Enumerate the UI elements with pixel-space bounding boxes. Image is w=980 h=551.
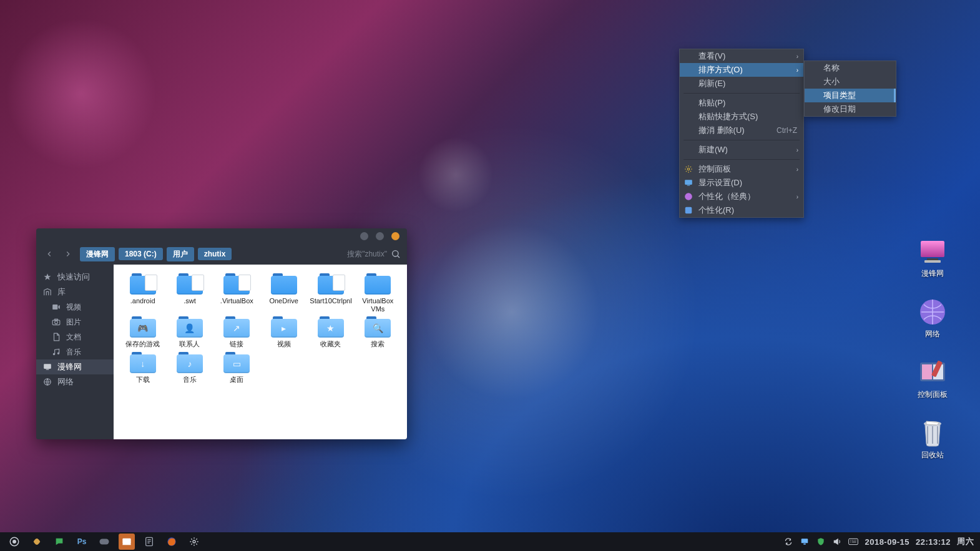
context-menu-item[interactable]: 显示设置(D): [680, 176, 803, 190]
taskbar-app-settings[interactable]: [186, 534, 202, 550]
folder-item[interactable]: ▸视频: [261, 316, 306, 348]
context-menu-item[interactable]: 刷新(E): [680, 77, 803, 90]
folder-item[interactable]: 🎮保存的游戏: [120, 316, 165, 348]
sidebar-item[interactable]: 网络: [36, 374, 114, 389]
context-menu-item[interactable]: 粘贴快捷方式(S): [680, 110, 803, 124]
context-menu-item[interactable]: 个性化(R): [680, 203, 803, 217]
sidebar-item[interactable]: 文档: [36, 329, 114, 344]
breadcrumb-segment[interactable]: 漫锋网: [80, 247, 115, 261]
context-menu: 查看(V)›排序方式(O)›刷新(E)粘贴(P)粘贴快捷方式(S)撤消 删除(U…: [679, 49, 804, 218]
folder-label: 音乐: [183, 376, 197, 384]
context-submenu-item[interactable]: 名称: [805, 61, 896, 75]
folder-item[interactable]: .android: [120, 273, 165, 313]
tray-shield-icon[interactable]: [816, 537, 826, 547]
folder-item[interactable]: ▭桌面: [214, 352, 260, 384]
folder-item[interactable]: VirtualBox VMs: [355, 273, 401, 313]
sidebar-item[interactable]: 音乐: [36, 344, 114, 359]
taskbar-time[interactable]: 22:13:12: [916, 537, 951, 547]
forward-button[interactable]: [61, 247, 75, 261]
sidebar-item[interactable]: 快速访问: [36, 270, 114, 285]
folder-item[interactable]: 🔍搜索: [355, 316, 401, 348]
svg-rect-33: [801, 539, 808, 543]
folder-item[interactable]: ♪音乐: [167, 352, 212, 384]
start-button[interactable]: [6, 534, 22, 550]
tray-volume-icon[interactable]: [832, 537, 842, 547]
svg-rect-12: [687, 185, 690, 186]
desktop-icon-network[interactable]: 网络: [901, 298, 964, 339]
menu-item-label: 个性化（经典）: [698, 191, 755, 202]
taskbar-app-filemanager[interactable]: [119, 534, 135, 550]
context-menu-item[interactable]: 粘贴(P): [680, 96, 803, 110]
taskbar-weekday[interactable]: 周六: [957, 536, 974, 547]
desktop-icon-recycle-bin[interactable]: 回收站: [901, 419, 964, 461]
breadcrumb-segment[interactable]: zhutix: [198, 248, 232, 260]
tray-keyboard-icon[interactable]: [848, 537, 858, 547]
context-submenu-item[interactable]: 大小: [805, 75, 896, 89]
folder-item[interactable]: Start10Ctrlpnl: [308, 273, 353, 313]
sidebar-item[interactable]: 漫锋网: [36, 359, 114, 374]
desktop-icon-computer[interactable]: 漫锋网: [901, 237, 964, 279]
close-button[interactable]: [391, 232, 399, 240]
maximize-button[interactable]: [376, 232, 384, 240]
taskbar-app-firefox[interactable]: [164, 534, 180, 550]
desktop[interactable]: 漫锋网 网络 控制面板 回收站 查看(V)›排序方式(O)›刷新(E)粘贴(P)…: [0, 0, 980, 551]
taskbar-app-notes[interactable]: [141, 534, 157, 550]
menu-item-label: 撤消 删除(U): [698, 125, 745, 136]
folder-label: .swt: [184, 297, 196, 305]
taskbar-app-ps[interactable]: Ps: [74, 534, 90, 550]
desktop-icons: 漫锋网 网络 控制面板 回收站: [889, 237, 976, 461]
folder-item[interactable]: .swt: [167, 273, 212, 313]
submenu-item-label: 名称: [823, 62, 840, 74]
folder-label: 下载: [136, 376, 150, 384]
breadcrumb-segment[interactable]: 1803 (C:): [119, 248, 163, 260]
context-menu-item[interactable]: 查看(V)›: [680, 49, 803, 63]
camera-icon: [51, 317, 61, 327]
svg-point-15: [393, 251, 398, 256]
monitor-small-icon: [684, 178, 693, 188]
svg-rect-14: [685, 207, 692, 214]
folder-item[interactable]: .VirtualBox: [214, 273, 260, 313]
folder-item[interactable]: 👤联系人: [167, 316, 212, 348]
desktop-icon-label: 回收站: [921, 450, 944, 461]
menu-item-label: 个性化(R): [698, 205, 734, 216]
back-button[interactable]: [42, 247, 56, 261]
taskbar-app-games[interactable]: [96, 534, 112, 550]
sidebar-item[interactable]: 图片: [36, 315, 114, 329]
breadcrumb-segment[interactable]: 用户: [167, 247, 194, 261]
folder-icon: ▭: [223, 352, 250, 373]
folder-label: 搜索: [371, 340, 385, 348]
folder-icon: [177, 273, 203, 295]
folder-item[interactable]: ↓下载: [120, 352, 165, 384]
context-menu-item[interactable]: 排序方式(O)›: [680, 63, 803, 77]
svg-rect-29: [122, 544, 130, 545]
context-menu-item[interactable]: 控制面板›: [680, 162, 803, 176]
submenu-item-label: 大小: [823, 76, 840, 87]
search-box[interactable]: 搜索"zhutix": [347, 249, 401, 260]
folder-item[interactable]: ★收藏夹: [308, 316, 353, 348]
context-submenu-item[interactable]: 项目类型: [805, 89, 896, 102]
context-menu-item[interactable]: 新建(W)›: [680, 143, 803, 157]
folder-item[interactable]: OneDrive: [261, 273, 306, 313]
taskbar-date[interactable]: 2018-09-15: [865, 537, 909, 547]
menu-item-label: 新建(W): [698, 144, 728, 155]
desktop-icon-control-panel[interactable]: 控制面板: [901, 358, 964, 400]
library-icon: [42, 287, 52, 297]
minimize-button[interactable]: [360, 232, 368, 240]
taskbar-app-chat[interactable]: [51, 534, 67, 550]
context-submenu-item[interactable]: 修改日期: [805, 102, 896, 116]
window-titlebar[interactable]: [36, 228, 407, 243]
desktop-icon-label: 网络: [925, 329, 940, 339]
svg-rect-28: [122, 539, 130, 544]
search-icon: [391, 249, 401, 259]
sidebar-item[interactable]: 库: [36, 285, 114, 300]
file-grid[interactable]: .android.swt.VirtualBoxOneDriveStart10Ct…: [114, 265, 407, 439]
tray-monitor-icon[interactable]: [800, 537, 810, 547]
folder-icon: [318, 273, 344, 295]
sidebar-item[interactable]: 视频: [36, 300, 114, 315]
context-menu-item[interactable]: 个性化（经典）›: [680, 190, 803, 203]
folder-icon: ▸: [271, 316, 297, 338]
tray-sync-icon[interactable]: [783, 537, 793, 547]
taskbar-app-browser[interactable]: [29, 534, 45, 550]
folder-item[interactable]: ↗链接: [214, 316, 260, 348]
context-menu-item[interactable]: 撤消 删除(U)Ctrl+Z: [680, 124, 803, 137]
